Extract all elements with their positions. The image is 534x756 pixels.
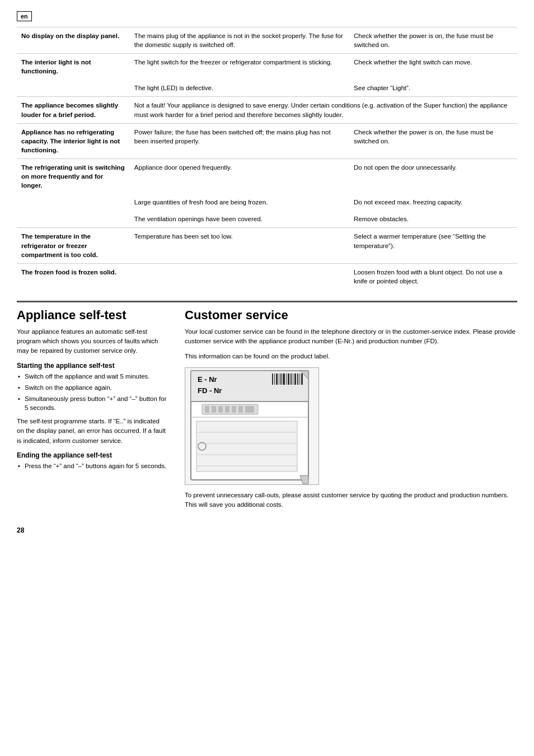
- appliance-diagram: E - Nr FD - Nr: [185, 367, 319, 485]
- svg-rect-12: [291, 374, 292, 385]
- ending-step-1: Press the “+” and “–” buttons again for …: [17, 461, 168, 470]
- troubleshoot-table: No display on the display panel. The mai…: [17, 27, 517, 290]
- svg-rect-22: [218, 406, 223, 413]
- starting-step-1: Switch off the appliance and wait 5 minu…: [17, 372, 168, 381]
- remedy-1: Check whether the power is on, the fuse …: [349, 27, 517, 54]
- customer-service-title: Customer service: [185, 308, 517, 323]
- ending-heading: Ending the appliance self-test: [17, 451, 168, 459]
- customer-service-footer: To prevent unnecessary call-outs, please…: [185, 491, 517, 510]
- starting-note: The self-test programme starts. If “E..”…: [17, 417, 168, 446]
- svg-rect-14: [294, 374, 296, 385]
- cause-3: The light (LED) is defective.: [130, 80, 349, 97]
- svg-rect-6: [276, 374, 278, 385]
- svg-rect-16: [299, 374, 300, 385]
- problem-1: No display on the display panel.: [17, 27, 130, 54]
- customer-service-body2: This information can be found on the pro…: [185, 352, 517, 361]
- cause-2: The light switch for the freezer or refr…: [130, 54, 349, 80]
- svg-rect-23: [225, 406, 229, 413]
- svg-rect-21: [212, 406, 216, 413]
- customer-service-section: Customer service Your local customer ser…: [185, 308, 517, 515]
- svg-text:E - Nr: E - Nr: [198, 375, 217, 384]
- problem-7: [17, 194, 130, 211]
- remedy-2: Check whether the light switch can move.: [349, 54, 517, 80]
- cause-8: The ventilation openings have been cover…: [130, 211, 349, 228]
- page-number: 28: [17, 526, 517, 534]
- remedy-9: Select a warmer temperature (see “Settin…: [349, 228, 517, 263]
- starting-heading: Starting the appliance self-test: [17, 362, 168, 370]
- cause-9: Temperature has been set too low.: [130, 228, 349, 263]
- svg-rect-24: [232, 406, 236, 413]
- cause-4: Not a fault! Your appliance is designed …: [130, 97, 517, 123]
- self-test-section: Appliance self-test Your appliance featu…: [17, 308, 168, 515]
- svg-rect-17: [301, 374, 303, 385]
- cause-5: Power failure; the fuse has been switche…: [130, 123, 349, 158]
- svg-rect-8: [280, 374, 282, 385]
- svg-rect-10: [286, 374, 287, 385]
- svg-rect-13: [293, 374, 293, 385]
- remedy-7: Do not exceed max. freezing capacity.: [349, 194, 517, 211]
- svg-rect-7: [279, 374, 279, 385]
- starting-steps-list: Switch off the appliance and wait 5 minu…: [17, 372, 168, 412]
- problem-8: [17, 211, 130, 228]
- remedy-3: See chapter “Light”.: [349, 80, 517, 97]
- cause-1: The mains plug of the appliance is not i…: [130, 27, 349, 54]
- remedy-5: Check whether the power is on, the fuse …: [349, 123, 517, 158]
- customer-service-body1: Your local customer service can be found…: [185, 327, 517, 347]
- problem-10: The frozen food is frozen solid.: [17, 263, 130, 290]
- cause-7: Large quantities of fresh food are being…: [130, 194, 349, 211]
- problem-2: The interior light is not functioning.: [17, 54, 130, 80]
- problem-9: The temperature in the refrigerator or f…: [17, 228, 130, 263]
- problem-4: The appliance becomes slightly louder fo…: [17, 97, 130, 123]
- svg-marker-35: [300, 475, 308, 484]
- lang-badge: en: [17, 11, 32, 21]
- svg-rect-11: [288, 374, 289, 385]
- remedy-8: Remove obstacles.: [349, 211, 517, 228]
- svg-rect-20: [205, 406, 209, 413]
- self-test-intro: Your appliance features an automatic sel…: [17, 327, 168, 356]
- ending-steps-list: Press the “+” and “–” buttons again for …: [17, 461, 168, 470]
- svg-rect-25: [238, 406, 243, 413]
- svg-rect-26: [245, 406, 254, 413]
- remedy-10: Loosen frozen food with a blunt object. …: [349, 263, 517, 290]
- self-test-title: Appliance self-test: [17, 308, 168, 323]
- svg-text:FD - Nr: FD - Nr: [198, 386, 222, 395]
- svg-rect-5: [274, 374, 275, 385]
- svg-rect-9: [283, 374, 285, 385]
- svg-rect-28: [196, 421, 297, 472]
- problem-6: The refrigerating unit is switching on m…: [17, 158, 130, 194]
- problem-5: Appliance has no refrigerating capacity.…: [17, 123, 130, 158]
- svg-rect-4: [272, 374, 273, 385]
- remedy-6: Do not open the door unnecessarily.: [349, 158, 517, 194]
- problem-3: [17, 80, 130, 97]
- starting-step-2: Switch on the appliance again.: [17, 383, 168, 392]
- bottom-section: Appliance self-test Your appliance featu…: [17, 308, 517, 515]
- svg-rect-15: [297, 374, 298, 385]
- cause-10: [130, 263, 349, 290]
- starting-step-3: Simultaneously press button “+” and “–” …: [17, 394, 168, 412]
- cause-6: Appliance door opened frequently.: [130, 158, 349, 194]
